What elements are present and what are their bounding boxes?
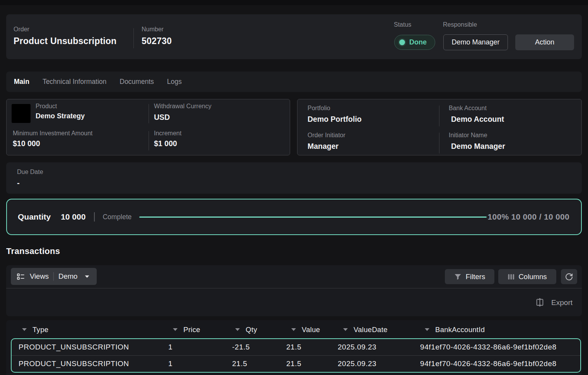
quantity-separator (94, 212, 95, 222)
cell-price: 1 (168, 343, 173, 351)
column-label: Value (302, 326, 320, 334)
list-view-icon (16, 272, 25, 281)
columns-button[interactable]: Columns (498, 269, 556, 284)
responsible-button[interactable]: Demo Manager (443, 34, 508, 50)
due-date-value: - (17, 179, 20, 188)
column-header-valuedate[interactable]: ValueDate (343, 320, 388, 339)
column-label: Type (32, 326, 48, 334)
views-label: Views (30, 272, 49, 281)
top-strip (0, 0, 588, 5)
card-divider (149, 131, 149, 150)
sort-caret-icon (173, 328, 178, 331)
refresh-icon (565, 273, 573, 281)
cell-valuedate: 2025.09.23 (338, 360, 376, 368)
action-button[interactable]: Action (515, 34, 574, 50)
tab-technical-information[interactable]: Technical Information (43, 78, 106, 86)
table-row[interactable]: PRODUCT_UNSUBSCRIPTION 1 -21.5 21.5 2025… (12, 339, 580, 355)
export-row: Export (6, 288, 582, 316)
quantity-title: Quantity (18, 212, 51, 222)
card-divider (439, 133, 439, 153)
withdrawal-currency-value: USD (154, 113, 170, 122)
cell-type: PRODUCT_UNSUBSCRIPTION (19, 360, 129, 368)
column-label: Price (183, 326, 200, 334)
order-header-card: Order Product Unsubscription Number 5027… (6, 14, 582, 59)
status-badge-text: Done (409, 38, 427, 46)
quantity-state: Complete (103, 213, 132, 221)
columns-icon (508, 273, 514, 280)
minimum-investment-value: $10 000 (13, 139, 40, 148)
export-button[interactable]: Export (535, 297, 573, 308)
product-image (12, 104, 31, 123)
initiator-name-label: Initiator Name (449, 132, 487, 139)
portfolio-info-card: Portfolio Demo Portfolio Bank Account De… (297, 99, 582, 155)
table-row[interactable]: PRODUCT_UNSUBSCRIPTION 1 21.5 21.5 2025.… (12, 355, 580, 372)
column-header-value[interactable]: Value (291, 320, 320, 339)
views-separator (53, 272, 54, 281)
bank-account-value: Demo Account (451, 115, 504, 124)
card-divider (149, 104, 149, 123)
order-label: Order (14, 26, 29, 33)
due-date-label: Due Date (17, 169, 43, 176)
caret-down-icon (84, 275, 90, 278)
column-label: Qty (246, 326, 257, 334)
current-view-name: Demo (58, 272, 77, 281)
transactions-toolbar: Views Demo Filters Columns (6, 265, 582, 316)
bank-account-label: Bank Account (449, 105, 487, 112)
status-badge: Done (394, 35, 435, 50)
progress-bar (139, 216, 487, 218)
tab-bar: Main Technical Information Documents Log… (6, 72, 582, 92)
tab-main[interactable]: Main (14, 78, 29, 86)
portfolio-label: Portfolio (308, 105, 330, 112)
product-value: Demo Strategy (36, 112, 85, 120)
filters-label: Filters (466, 273, 485, 281)
selected-rows-group: PRODUCT_UNSUBSCRIPTION 1 -21.5 21.5 2025… (11, 338, 581, 373)
product-info-card: Product Demo Strategy Withdrawal Currenc… (6, 99, 290, 155)
columns-label: Columns (519, 273, 547, 281)
progress-text: 100% 10 000 / 10 000 (487, 212, 569, 222)
filter-funnel-icon (454, 273, 462, 280)
quantity-progress-panel: Quantity 10 000 Complete 100% 10 000 / 1… (6, 199, 582, 235)
due-date-card: Due Date - (6, 162, 582, 194)
sort-caret-icon (425, 328, 429, 331)
column-header-bankaccountid[interactable]: BankAccountId (425, 320, 485, 339)
export-icon (535, 297, 545, 308)
column-header-type[interactable]: Type (22, 320, 48, 339)
export-label: Export (551, 298, 573, 307)
filters-button[interactable]: Filters (445, 269, 494, 284)
sort-caret-icon (343, 328, 348, 331)
minimum-investment-label: Minimum Investment Amount (13, 130, 92, 137)
sort-caret-icon (291, 328, 296, 331)
cell-bankaccountid: 94f1ef70-4026-4332-86a6-9ef1bf02de8 (420, 360, 557, 368)
status-label: Status (394, 21, 411, 28)
cell-valuedate: 2025.09.23 (338, 343, 376, 351)
number-label: Number (142, 26, 164, 33)
card-divider (439, 106, 439, 126)
cell-price: 1 (168, 360, 173, 368)
status-dot-icon (399, 39, 405, 45)
tab-logs[interactable]: Logs (167, 78, 182, 86)
cell-value: 21.5 (286, 360, 301, 368)
initiator-name-value: Demo Manager (451, 142, 505, 151)
column-label: BankAccountId (435, 326, 485, 334)
portfolio-value: Demo Portfolio (308, 115, 362, 124)
increment-value: $1 000 (154, 139, 177, 148)
column-header-price[interactable]: Price (173, 320, 200, 339)
sort-caret-icon (22, 328, 27, 331)
views-dropdown[interactable]: Views Demo (11, 268, 97, 285)
order-value: Product Unsubscription (14, 36, 116, 46)
column-header-qty[interactable]: Qty (235, 320, 257, 339)
cell-qty: -21.5 (232, 343, 250, 351)
transactions-table: Type Price Qty Value ValueDate BankAccou… (6, 320, 582, 375)
transactions-title: Transactions (6, 246, 60, 256)
tab-documents[interactable]: Documents (120, 78, 154, 86)
quantity-value: 10 000 (61, 212, 85, 222)
refresh-button[interactable] (561, 269, 577, 284)
toolbar-row: Views Demo Filters Columns (6, 265, 582, 288)
sort-caret-icon (235, 328, 240, 331)
responsible-label: Responsible (443, 21, 477, 28)
order-initiator-value: Manager (308, 142, 338, 151)
withdrawal-currency-label: Withdrawal Currency (154, 103, 211, 110)
increment-label: Increment (154, 130, 181, 137)
order-initiator-label: Order Initiator (308, 132, 345, 139)
product-label: Product (36, 103, 57, 110)
